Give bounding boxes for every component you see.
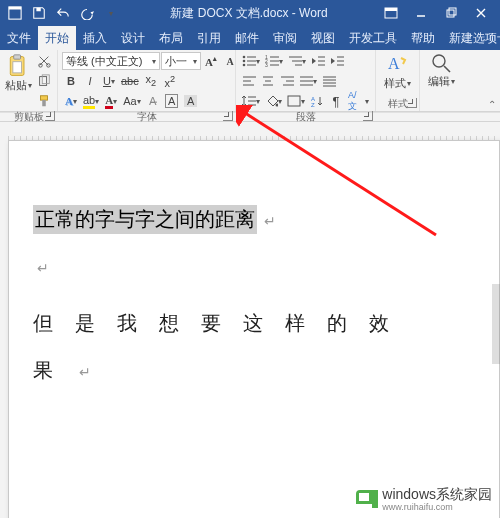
svg-rect-61 [288, 96, 300, 106]
line-spacing-button[interactable]: ▾ [240, 92, 262, 110]
ribbon-options-icon[interactable] [376, 2, 406, 24]
tab-mailings[interactable]: 邮件 [228, 26, 266, 50]
paragraph-mark-icon: ↵ [260, 213, 280, 229]
borders-button[interactable]: ▾ [285, 92, 307, 110]
tab-file[interactable]: 文件 [0, 26, 38, 50]
text-effects-icon: A [65, 95, 73, 107]
underline-button[interactable]: U▾ [100, 72, 118, 90]
maximize-icon[interactable] [436, 2, 466, 24]
strikethrough-button[interactable]: abc [119, 72, 141, 90]
tab-developer[interactable]: 开发工具 [342, 26, 404, 50]
title-bar: ▾ 新建 DOCX 文档.docx - Word [0, 0, 500, 26]
window-title: 新建 DOCX 文档.docx - Word [122, 5, 376, 22]
cut-button[interactable] [35, 52, 53, 70]
font-launcher[interactable] [223, 111, 233, 121]
document-area: 正常的字与字之间的距离 ↵ ↵ 但是我想要这样的效 果↵ [0, 122, 500, 518]
svg-rect-4 [385, 8, 397, 11]
text-effects-button[interactable]: A▾ [62, 92, 80, 110]
editing-button[interactable]: 编辑▾ [424, 52, 458, 89]
brush-icon [37, 94, 51, 108]
copy-button[interactable] [35, 72, 53, 90]
paragraph-launcher[interactable] [363, 111, 373, 121]
editing-label: 编辑 [428, 74, 450, 89]
svg-rect-13 [13, 62, 22, 73]
phonetic-button[interactable]: Aa▾ [121, 92, 142, 110]
numbering-button[interactable]: 123▾ [263, 52, 285, 70]
tab-insert[interactable]: 插入 [76, 26, 114, 50]
group-paragraph: ▾ 123▾ ▾ ▾ ▾ ▾ ▾ AZ ¶ A/文▾ 段落 [236, 50, 376, 111]
align-left-icon [242, 75, 256, 87]
subscript-button[interactable]: x2 [142, 72, 160, 90]
sort-button[interactable]: AZ [308, 92, 326, 110]
svg-point-22 [243, 60, 246, 63]
font-size-select[interactable]: 小一▾ [161, 52, 201, 70]
svg-point-65 [433, 55, 445, 67]
watermark-logo-icon [356, 490, 378, 508]
close-icon[interactable] [466, 2, 496, 24]
increase-indent-button[interactable] [328, 52, 346, 70]
clipboard-launcher[interactable] [45, 111, 55, 121]
clipboard-group-label: 剪贴板 [14, 111, 44, 122]
font-name-value: 等线 (中文正文) [66, 54, 142, 69]
subscript-icon: x2 [145, 73, 156, 88]
justify-button[interactable]: ▾ [297, 72, 319, 90]
undo-icon[interactable] [52, 2, 74, 24]
superscript-button[interactable]: x2 [161, 72, 179, 90]
numbering-icon: 123 [265, 55, 279, 67]
highlight-button[interactable]: ab▾ [81, 92, 101, 110]
highlight-icon: ab [83, 94, 95, 109]
char-shading-button[interactable]: A [182, 92, 200, 110]
grow-font-button[interactable]: A▴ [202, 52, 220, 70]
styles-launcher[interactable] [407, 98, 417, 108]
tab-help[interactable]: 帮助 [404, 26, 442, 50]
bullets-icon [242, 55, 256, 67]
align-center-button[interactable] [259, 72, 277, 90]
styles-label: 样式 [384, 76, 406, 91]
enclose-button[interactable]: A [163, 92, 181, 110]
redo-icon[interactable] [76, 2, 98, 24]
decrease-indent-button[interactable] [309, 52, 327, 70]
grow-font-icon: A▴ [205, 55, 217, 68]
tab-view[interactable]: 视图 [304, 26, 342, 50]
italic-button[interactable]: I [81, 72, 99, 90]
styles-button[interactable]: A 样式▾ [380, 52, 414, 91]
bullets-button[interactable]: ▾ [240, 52, 262, 70]
body-line-2[interactable]: 果↵ [33, 357, 475, 384]
show-marks-button[interactable]: ¶ [327, 92, 345, 110]
quick-access-toolbar: ▾ [4, 2, 122, 24]
page[interactable]: 正常的字与字之间的距离 ↵ ↵ 但是我想要这样的效 果↵ [8, 140, 500, 518]
font-name-select[interactable]: 等线 (中文正文)▾ [62, 52, 160, 70]
align-left-button[interactable] [240, 72, 258, 90]
format-painter-button[interactable] [35, 92, 53, 110]
tab-addin[interactable]: 新建选项卡 [442, 26, 500, 50]
svg-rect-1 [9, 7, 21, 10]
align-center-icon [261, 75, 275, 87]
tab-design[interactable]: 设计 [114, 26, 152, 50]
qat-customize-icon[interactable]: ▾ [100, 2, 122, 24]
svg-point-20 [243, 56, 246, 59]
body-line-1[interactable]: 但是我想要这样的效 [33, 310, 475, 337]
asian-layout-button[interactable]: A/文▾ [346, 92, 371, 110]
paragraph-group-label: 段落 [296, 111, 316, 122]
minimize-icon[interactable] [406, 2, 436, 24]
tab-layout[interactable]: 布局 [152, 26, 190, 50]
selected-text[interactable]: 正常的字与字之间的距离 [33, 205, 257, 234]
paste-button[interactable]: 粘贴▾ [4, 52, 32, 93]
multilevel-button[interactable]: ▾ [286, 52, 308, 70]
bold-button[interactable]: B [62, 72, 80, 90]
watermark: windows系统家园 www.ruihaifu.com [356, 486, 492, 512]
tab-references[interactable]: 引用 [190, 26, 228, 50]
phonetic-icon: Aa [123, 95, 136, 107]
save-icon[interactable] [28, 2, 50, 24]
tab-home[interactable]: 开始 [38, 26, 76, 50]
styles-group-label: 样式 [388, 98, 408, 109]
distributed-button[interactable] [320, 72, 338, 90]
home-icon[interactable] [4, 2, 26, 24]
font-color-button[interactable]: A▾ [102, 92, 120, 110]
collapse-ribbon-button[interactable]: ⌃ [488, 99, 496, 110]
indent-icon [330, 55, 344, 67]
clear-format-button[interactable]: A̶ [144, 92, 162, 110]
shading-button[interactable]: ▾ [263, 92, 285, 110]
align-right-button[interactable] [278, 72, 296, 90]
tab-review[interactable]: 审阅 [266, 26, 304, 50]
